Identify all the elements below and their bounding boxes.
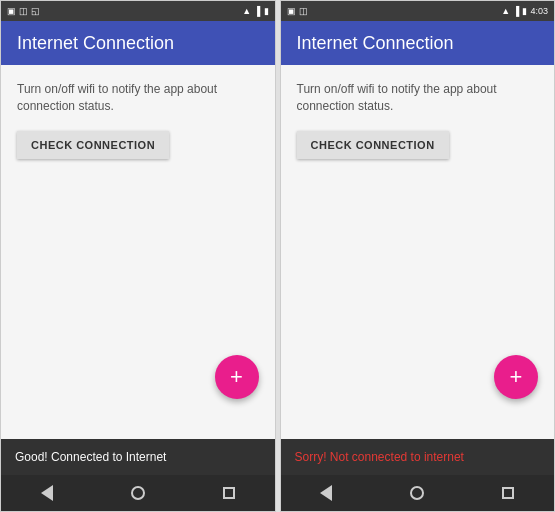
signal-icon-1: ▐	[254, 6, 260, 16]
fab-icon-2: +	[510, 364, 523, 390]
description-2: Turn on/off wifi to notify the app about…	[297, 81, 539, 115]
home-button-1[interactable]	[123, 478, 153, 508]
device-2: ▣ ◫ ▲ ▐ ▮ 4:03 Internet Connection Turn …	[280, 0, 556, 512]
app-title-2: Internet Connection	[297, 33, 454, 54]
status-bar-left-2: ▣ ◫	[287, 6, 308, 16]
back-button-2[interactable]	[311, 478, 341, 508]
wifi-icon-2: ▲	[501, 6, 510, 16]
back-button-1[interactable]	[32, 478, 62, 508]
recents-button-1[interactable]	[214, 478, 244, 508]
status-bar-left-1: ▣ ◫ ◱	[7, 6, 40, 16]
app-bar-1: Internet Connection	[1, 21, 275, 65]
battery-icon-1: ▮	[264, 6, 269, 16]
app-title-1: Internet Connection	[17, 33, 174, 54]
recents-button-2[interactable]	[493, 478, 523, 508]
description-1: Turn on/off wifi to notify the app about…	[17, 81, 259, 115]
status-bar-right-1: ▲ ▐ ▮	[242, 6, 268, 16]
snackbar-message-2: Sorry! Not connected to internet	[295, 450, 464, 464]
check-connection-button-1[interactable]: CHECK CONNECTION	[17, 131, 169, 159]
device-1: ▣ ◫ ◱ ▲ ▐ ▮ Internet Connection Turn on/…	[0, 0, 276, 512]
status-bar-right-2: ▲ ▐ ▮ 4:03	[501, 6, 548, 16]
status-bar-1: ▣ ◫ ◱ ▲ ▐ ▮	[1, 1, 275, 21]
time-display: 4:03	[530, 6, 548, 16]
notification-icon-1: ▣	[7, 6, 16, 16]
notification-icon-3: ◱	[31, 6, 40, 16]
snackbar-message-1: Good! Connected to Internet	[15, 450, 166, 464]
fab-button-1[interactable]: +	[215, 355, 259, 399]
notification-icon-2: ◫	[19, 6, 28, 16]
fab-button-2[interactable]: +	[494, 355, 538, 399]
check-connection-button-2[interactable]: CHECK CONNECTION	[297, 131, 449, 159]
wifi-icon-1: ▲	[242, 6, 251, 16]
content-2: Turn on/off wifi to notify the app about…	[281, 65, 555, 439]
fab-icon-1: +	[230, 364, 243, 390]
home-button-2[interactable]	[402, 478, 432, 508]
signal-icon-2: ▐	[513, 6, 519, 16]
battery-icon-2: ▮	[522, 6, 527, 16]
nav-bar-1	[1, 475, 275, 511]
status-bar-2: ▣ ◫ ▲ ▐ ▮ 4:03	[281, 1, 555, 21]
content-1: Turn on/off wifi to notify the app about…	[1, 65, 275, 439]
snackbar-2: Sorry! Not connected to internet	[281, 439, 555, 475]
notification-icon-4: ▣	[287, 6, 296, 16]
notification-icon-5: ◫	[299, 6, 308, 16]
nav-bar-2	[281, 475, 555, 511]
app-bar-2: Internet Connection	[281, 21, 555, 65]
snackbar-1: Good! Connected to Internet	[1, 439, 275, 475]
